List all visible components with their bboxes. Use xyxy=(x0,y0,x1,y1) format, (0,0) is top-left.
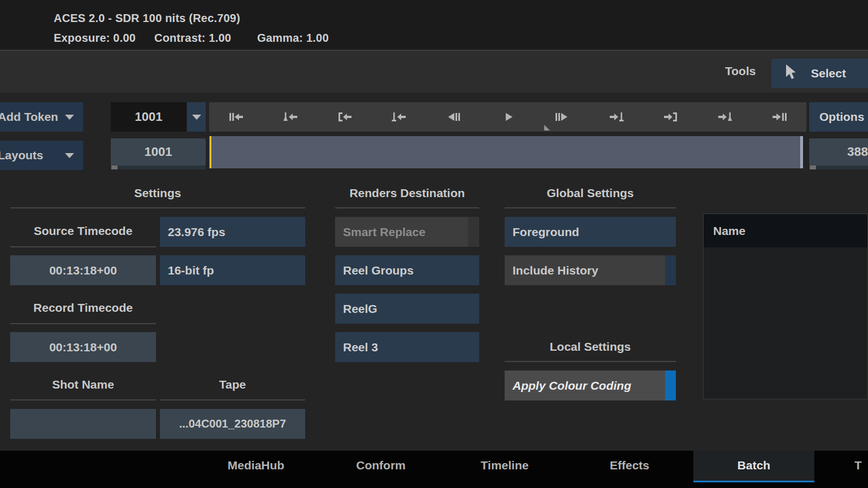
add-token-button[interactable]: Add Token xyxy=(0,102,83,132)
include-history-label: Include History xyxy=(513,264,598,277)
source-timecode-divider xyxy=(10,246,156,247)
step-back-button[interactable] xyxy=(426,102,480,132)
transport-controls xyxy=(209,102,806,132)
chevron-down-icon xyxy=(65,153,74,158)
chevron-down-icon xyxy=(65,115,74,120)
smart-replace-toggle-strip xyxy=(468,217,479,247)
colour-pipeline-label: ACES 2.0 - SDR 100 nits (Rec.709) xyxy=(54,12,240,25)
global-settings-divider xyxy=(505,207,676,208)
source-timecode-label: Source Timecode xyxy=(10,224,156,238)
tab-timeline[interactable]: Timeline xyxy=(448,459,561,472)
go-to-in-button[interactable] xyxy=(318,102,372,132)
exposure-label: Exposure: 0.00 xyxy=(54,32,136,45)
play-button[interactable] xyxy=(480,102,535,132)
source-timecode-field[interactable]: 00:13:18+00 xyxy=(10,255,156,285)
tab-mediahub[interactable]: MediaHub xyxy=(199,459,313,472)
shot-name-field[interactable] xyxy=(10,409,156,439)
go-to-start-icon xyxy=(229,111,244,123)
apply-colour-coding-toggle[interactable]: Apply Colour Coding xyxy=(505,371,676,400)
step-forward-icon xyxy=(555,111,570,123)
contrast-label: Contrast: 1.00 xyxy=(154,32,231,45)
previous-keyframe-button[interactable] xyxy=(372,102,426,132)
tape-field[interactable]: ...04C001_230818P7 xyxy=(160,409,305,439)
tape-divider xyxy=(160,399,305,400)
step-forward-button[interactable] xyxy=(535,102,589,132)
shot-name-divider xyxy=(10,399,156,400)
include-history-toggle-strip xyxy=(665,255,676,285)
go-to-end-icon xyxy=(772,111,787,123)
play-options-flyout-icon xyxy=(544,125,550,130)
settings-section-title: Settings xyxy=(10,186,305,200)
render-name-list-panel: Name xyxy=(703,213,868,399)
settings-divider xyxy=(10,207,305,208)
timeline-end-frame-field[interactable]: 388 xyxy=(809,138,868,165)
reel-groups-button[interactable]: Reel Groups xyxy=(335,255,479,285)
start-frame-scrollbar-handle[interactable] xyxy=(111,165,118,169)
next-keyframe-icon xyxy=(609,111,624,123)
renders-destination-section-title: Renders Destination xyxy=(335,186,479,200)
tab-conform[interactable]: Conform xyxy=(324,459,437,472)
next-marker-button[interactable] xyxy=(698,102,752,132)
apply-colour-coding-toggle-strip xyxy=(665,371,676,400)
previous-marker-button[interactable] xyxy=(263,102,318,132)
cursor-arrow-icon xyxy=(785,64,797,83)
timeline-end-edge xyxy=(800,136,803,168)
go-to-in-icon xyxy=(337,111,352,123)
end-frame-scrollbar[interactable] xyxy=(809,165,868,169)
record-timecode-label: Record Timecode xyxy=(10,301,156,315)
tools-toolbar: Tools Select xyxy=(0,50,868,93)
local-settings-section-title: Local Settings xyxy=(505,340,676,354)
step-back-icon xyxy=(446,111,461,123)
apply-colour-coding-label: Apply Colour Coding xyxy=(513,379,631,393)
go-to-out-icon xyxy=(663,111,678,123)
tab-partial-right[interactable]: T xyxy=(854,459,868,472)
tape-label: Tape xyxy=(160,378,305,391)
current-frame-field[interactable]: 1001 xyxy=(111,102,186,132)
local-settings-divider xyxy=(505,361,676,362)
end-frame-scrollbar-handle[interactable] xyxy=(810,165,816,169)
add-token-label: Add Token xyxy=(0,110,58,124)
tab-effects[interactable]: Effects xyxy=(573,459,686,472)
reel-button[interactable]: Reel 3 xyxy=(335,332,479,362)
frame-rate-button[interactable]: 23.976 fps xyxy=(160,217,305,247)
chevron-down-icon xyxy=(192,115,201,120)
shot-name-label: Shot Name xyxy=(10,378,156,391)
play-icon xyxy=(501,111,515,123)
record-timecode-field[interactable]: 00:13:18+00 xyxy=(10,332,156,362)
global-settings-section-title: Global Settings xyxy=(505,186,676,200)
tab-batch[interactable]: Batch xyxy=(697,459,810,472)
previous-marker-icon xyxy=(283,111,298,123)
go-to-out-button[interactable] xyxy=(644,102,698,132)
timeline-scrub-bar[interactable] xyxy=(209,136,803,168)
renders-destination-divider xyxy=(335,207,479,208)
previous-keyframe-icon xyxy=(392,111,406,123)
layouts-label: Layouts xyxy=(0,149,44,162)
reel-group-button[interactable]: ReelG xyxy=(335,294,479,324)
start-frame-scrollbar[interactable] xyxy=(111,165,206,169)
name-column-header-label: Name xyxy=(713,224,745,238)
viewer-info-bar: ACES 2.0 - SDR 100 nits (Rec.709) Exposu… xyxy=(0,0,868,50)
next-keyframe-button[interactable] xyxy=(589,102,644,132)
tab-batch-active-underline xyxy=(693,481,814,482)
layouts-button[interactable]: Layouts xyxy=(0,141,83,170)
select-tool-button[interactable]: Select xyxy=(771,59,868,88)
select-tool-label: Select xyxy=(811,67,846,80)
frame-dropdown-button[interactable] xyxy=(187,102,206,132)
tools-label: Tools xyxy=(725,64,756,78)
name-column-header[interactable]: Name xyxy=(704,214,867,247)
record-timecode-divider xyxy=(10,323,156,324)
flame-application-window: ACES 2.0 - SDR 100 nits (Rec.709) Exposu… xyxy=(0,0,868,488)
smart-replace-label: Smart Replace xyxy=(343,225,426,239)
timeline-start-frame-field[interactable]: 1001 xyxy=(111,138,206,165)
smart-replace-button[interactable]: Smart Replace xyxy=(335,217,479,247)
bit-depth-button[interactable]: 16-bit fp xyxy=(160,255,305,285)
main-tab-bar: MediaHub Conform Timeline Effects Batch … xyxy=(0,451,868,488)
playhead-marker[interactable] xyxy=(210,136,211,168)
options-button[interactable]: Options xyxy=(809,102,868,132)
go-to-start-button[interactable] xyxy=(209,102,263,132)
go-to-end-button[interactable] xyxy=(752,102,806,132)
next-marker-icon xyxy=(718,111,732,123)
gamma-label: Gamma: 1.00 xyxy=(257,32,329,45)
foreground-button[interactable]: Foreground xyxy=(505,217,676,247)
include-history-toggle[interactable]: Include History xyxy=(505,255,676,285)
